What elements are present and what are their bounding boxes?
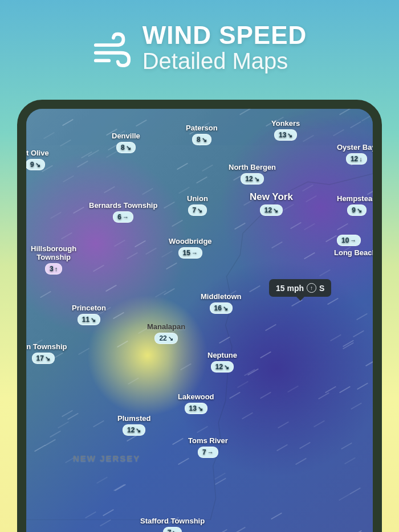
- arrow-icon: ↘: [357, 207, 362, 214]
- city-marker[interactable]: Long Beach: [334, 248, 376, 257]
- city-marker[interactable]: Yonkers13 ↘: [271, 119, 300, 141]
- wind-pill: 8 ↘: [192, 134, 211, 145]
- tooltip-direction: S: [319, 284, 324, 293]
- city-marker[interactable]: ton Township17 ↘: [19, 342, 67, 364]
- wind-pill: 16 ↘: [210, 302, 233, 314]
- wind-speed: 6: [117, 213, 121, 221]
- wind-pill: 13 ↘: [185, 403, 207, 414]
- arrow-icon: ↘: [168, 335, 173, 342]
- arrow-icon: ↘: [287, 132, 292, 139]
- city-marker[interactable]: Toms River7 →: [188, 436, 228, 458]
- arrow-icon: ↓: [359, 155, 363, 162]
- city-name: Princeton: [72, 304, 106, 312]
- wind-pill: 12 ↘: [241, 173, 263, 185]
- arrow-icon: →: [350, 237, 356, 244]
- city-name: Denville: [112, 132, 140, 140]
- city-name: nt Olive: [22, 149, 49, 157]
- wind-pill: 22 ↘: [154, 333, 177, 344]
- arrow-icon: →: [123, 214, 129, 220]
- wind-pill: 9 ↘: [347, 204, 367, 216]
- city-name: Toms River: [188, 436, 228, 445]
- wind-pill: 6 →: [113, 211, 133, 223]
- city-marker[interactable]: Plumsted12 ↘: [117, 414, 151, 436]
- city-marker[interactable]: Lakewood13 ↘: [178, 392, 214, 414]
- wind-pill: 12 ↘: [123, 424, 145, 436]
- city-marker[interactable]: Bernards Township6 →: [89, 201, 157, 223]
- city-name: Oyster Bay: [337, 143, 376, 152]
- city-name: Paterson: [186, 124, 218, 132]
- wind-speed: 16: [214, 304, 222, 312]
- city-name: North Bergen: [229, 163, 276, 171]
- tooltip-value: 15 mph: [276, 284, 304, 293]
- wind-pill: 12 ↘: [260, 204, 283, 216]
- wind-pill: 7 →: [198, 447, 218, 458]
- wind-speed: 22: [159, 334, 166, 342]
- city-marker[interactable]: Woodbridge15 →: [169, 237, 212, 259]
- wind-speed: 12: [264, 206, 272, 214]
- arrow-icon: ↘: [197, 207, 202, 214]
- wind-pill: 13 ↘: [274, 129, 297, 141]
- title-block: WIND SPEED Detailed Maps: [142, 23, 307, 74]
- wind-speed: 7: [202, 448, 206, 456]
- arrow-icon: ↘: [202, 136, 207, 144]
- wind-pill: 9 ↘: [26, 159, 45, 170]
- city-name: ton Township: [19, 342, 67, 351]
- header: WIND SPEED Detailed Maps: [0, 0, 399, 94]
- wind-speed: 9: [30, 161, 34, 169]
- wind-speed: 15: [183, 249, 190, 257]
- device-frame: Yonkers13 ↘Paterson8 ↘Denville8 ↘Oyster …: [17, 100, 382, 532]
- wind-speed: 3: [50, 265, 54, 273]
- wind-speed: 13: [279, 131, 286, 139]
- arrow-icon: ↘: [126, 144, 131, 152]
- wind-pill: 10 →: [337, 235, 361, 246]
- city-marker[interactable]: North Bergen12 ↘: [229, 163, 276, 185]
- city-marker[interactable]: Hempstead9 ↘: [337, 194, 377, 216]
- city-marker[interactable]: Stafford Township7 ↘: [140, 517, 205, 532]
- wind-speed: 12: [127, 426, 135, 434]
- arrow-icon: →: [192, 249, 198, 256]
- city-marker[interactable]: nt Olive9 ↘: [22, 149, 49, 170]
- city-name: Union: [187, 194, 208, 203]
- city-marker[interactable]: Paterson8 ↘: [186, 124, 218, 145]
- arrow-icon: ↘: [136, 427, 141, 434]
- wind-pill: 3 ↑: [45, 263, 62, 275]
- wind-pill: 7 ↘: [188, 204, 207, 216]
- wind-speed: 17: [36, 354, 44, 362]
- wind-pill: 8 ↘: [116, 142, 136, 153]
- wind-speed: 9: [352, 206, 356, 214]
- wind-speed: 12: [215, 363, 223, 371]
- city-name: New York: [250, 191, 293, 203]
- city-marker[interactable]: HillsboroughTownship3 ↑: [31, 244, 76, 275]
- city-name: HillsboroughTownship: [31, 244, 76, 261]
- city-name: Bernards Township: [89, 201, 157, 210]
- city-marker[interactable]: Middletown16 ↘: [201, 292, 242, 314]
- city-marker[interactable]: Neptune12 ↘: [207, 351, 237, 373]
- map-view[interactable]: Yonkers13 ↘Paterson8 ↘Denville8 ↘Oyster …: [26, 109, 373, 532]
- city-name: Manalapan: [147, 322, 185, 331]
- city-name: Long Beach: [334, 248, 376, 257]
- wind-speed: 8: [197, 136, 201, 144]
- wind-speed: 8: [121, 144, 125, 152]
- wind-pill: 11 ↘: [78, 314, 100, 325]
- city-marker[interactable]: Union7 ↘: [187, 194, 208, 216]
- state-label: NEW JERSEY: [73, 453, 140, 463]
- wind-speed: 7: [193, 206, 197, 214]
- city-name: Neptune: [207, 351, 237, 359]
- city-marker[interactable]: Princeton11 ↘: [72, 304, 106, 325]
- city-marker[interactable]: Oyster Bay12 ↓: [337, 143, 376, 165]
- city-marker[interactable]: New York12 ↘: [250, 191, 293, 216]
- city-name: Hempstead: [337, 194, 377, 203]
- city-marker[interactable]: Denville8 ↘: [112, 132, 140, 153]
- city-name: Stafford Township: [140, 517, 205, 525]
- arrow-icon: ↘: [273, 207, 278, 214]
- wind-pill: 12 ↓: [346, 153, 367, 165]
- city-marker[interactable]: Manalapan22 ↘: [147, 322, 185, 344]
- wind-tooltip[interactable]: 15 mph ↑ S: [269, 279, 331, 297]
- city-marker[interactable]: 10 →: [337, 233, 361, 246]
- wind-pill: 17 ↘: [32, 353, 55, 364]
- arrow-icon: ↑: [55, 265, 58, 272]
- direction-icon: ↑: [307, 283, 316, 293]
- city-name: Lakewood: [178, 392, 214, 401]
- arrow-icon: ↘: [223, 305, 228, 312]
- wind-speed: 11: [82, 316, 89, 324]
